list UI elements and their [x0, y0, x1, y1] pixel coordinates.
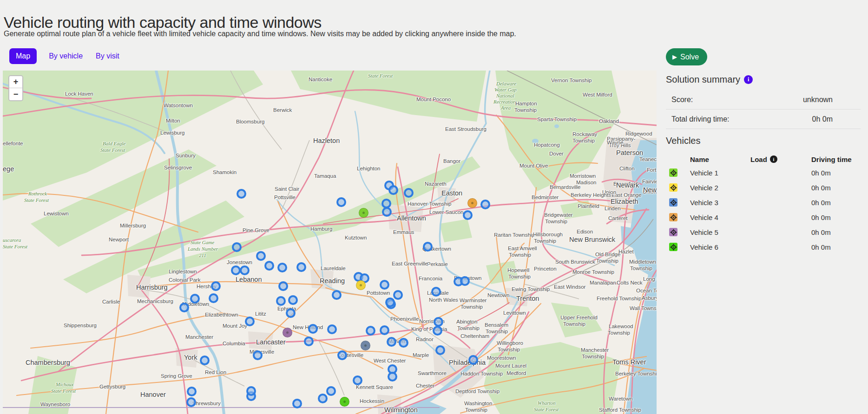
visit-marker[interactable]: [304, 336, 314, 346]
visit-marker[interactable]: [337, 350, 347, 360]
map-place-label: Abington: [456, 319, 477, 324]
vehicle-depot-marker[interactable]: [340, 397, 349, 407]
visit-marker[interactable]: [399, 338, 408, 348]
zoom-in-button[interactable]: +: [9, 76, 22, 88]
visit-marker[interactable]: [431, 287, 441, 297]
visit-marker[interactable]: [385, 298, 395, 307]
visit-marker[interactable]: [179, 303, 189, 312]
visit-marker[interactable]: [277, 263, 287, 272]
visit-marker[interactable]: [366, 326, 375, 336]
visit-marker[interactable]: [288, 295, 298, 305]
map-place-label: Township: [572, 138, 595, 143]
visit-marker[interactable]: [253, 350, 263, 360]
map-place-label: Township: [534, 238, 556, 244]
vehicle-depot-marker[interactable]: [356, 280, 366, 290]
visit-marker[interactable]: [434, 317, 443, 327]
tab-by-vehicle[interactable]: By vehicle: [48, 48, 84, 64]
score-value: unknown: [803, 96, 861, 104]
visit-marker[interactable]: [353, 375, 362, 385]
visit-marker[interactable]: [404, 188, 414, 198]
summary-info-icon[interactable]: i: [744, 75, 753, 84]
visit-marker[interactable]: [388, 185, 398, 195]
vehicle-row: Vehicle 6 0h 0m: [666, 239, 861, 254]
map-place-label: Millersburg: [120, 223, 146, 228]
solve-button-label: Solve: [680, 53, 699, 61]
visit-marker[interactable]: [190, 294, 200, 304]
visit-marker[interactable]: [240, 265, 250, 275]
visit-marker[interactable]: [327, 324, 337, 334]
vehicle-row: Vehicle 3 0h 0m: [666, 195, 861, 210]
map-place-label: Clifton: [619, 166, 635, 171]
visit-marker[interactable]: [209, 293, 218, 303]
visit-marker[interactable]: [332, 290, 342, 300]
map-place-label: North Wales: [429, 297, 458, 303]
visit-marker[interactable]: [433, 326, 442, 336]
total-driving-time-label: Total driving time:: [666, 115, 730, 123]
vehicle-depot-marker[interactable]: [359, 208, 368, 218]
solve-button[interactable]: ▶ Solve: [666, 48, 707, 65]
visit-marker[interactable]: [423, 242, 433, 252]
map-place-label: Washington: [464, 401, 492, 406]
visit-marker[interactable]: [296, 262, 306, 272]
map-place-label: Lakewood: [609, 323, 633, 329]
map-place-label: Delaware: [496, 81, 516, 86]
visit-marker[interactable]: [187, 387, 197, 396]
vehicles-table-header: Name Load i Driving time: [666, 153, 861, 165]
visit-marker[interactable]: [292, 399, 302, 408]
visit-marker[interactable]: [286, 308, 296, 318]
visit-marker[interactable]: [388, 372, 397, 382]
visit-marker[interactable]: [232, 242, 242, 252]
tab-map[interactable]: Map: [9, 48, 37, 64]
visit-marker[interactable]: [211, 281, 221, 291]
vehicle-depot-marker[interactable]: [467, 198, 477, 208]
map-place-label: Raritan Township: [494, 232, 535, 238]
vehicle-depot-marker[interactable]: [361, 341, 370, 350]
map-place-label: Township: [630, 265, 652, 271]
visit-marker[interactable]: [200, 356, 210, 365]
map-place-label: East Greenville: [392, 261, 428, 266]
visit-marker[interactable]: [186, 397, 196, 407]
map-place-label: Oakland: [599, 118, 619, 124]
visit-marker[interactable]: [308, 324, 318, 334]
visit-marker[interactable]: [264, 261, 274, 271]
visit-marker[interactable]: [435, 345, 445, 355]
visit-marker[interactable]: [231, 265, 241, 275]
map-place-label: Edison: [577, 229, 593, 234]
visit-marker[interactable]: [245, 317, 255, 326]
visit-marker[interactable]: [326, 386, 336, 396]
map-place-label: Fairview: [642, 179, 657, 184]
visit-marker[interactable]: [237, 189, 246, 199]
summary-rows: Score: unknown Total driving time: 0h 0m: [666, 90, 861, 129]
visit-marker[interactable]: [393, 290, 403, 300]
load-info-icon[interactable]: i: [770, 155, 777, 163]
map-place-label: Easton: [441, 189, 462, 197]
visit-marker[interactable]: [276, 296, 286, 306]
map-place-label: Upper Freehold: [560, 315, 598, 320]
column-driving-time: Driving time: [811, 155, 861, 163]
vehicle-row: Vehicle 2 0h 0m: [666, 180, 861, 195]
column-load: Load: [750, 155, 767, 163]
visit-marker[interactable]: [318, 394, 328, 403]
visit-marker[interactable]: [463, 210, 473, 220]
visit-marker[interactable]: [382, 207, 392, 217]
visit-marker[interactable]: [336, 197, 346, 207]
map-place-label: South Brunswick: [555, 259, 595, 265]
visit-marker[interactable]: [380, 325, 389, 335]
zoom-out-button[interactable]: −: [9, 88, 22, 100]
visit-marker[interactable]: [387, 337, 396, 347]
vehicle-depot-marker[interactable]: [283, 328, 292, 337]
map-place-label: Wayne: [607, 140, 623, 145]
visit-marker[interactable]: [460, 276, 470, 286]
tab-by-visit[interactable]: By visit: [95, 48, 120, 64]
map-place-label: Dover: [549, 151, 564, 156]
visit-marker[interactable]: [246, 386, 256, 396]
map-place-label: Waynesboro: [40, 401, 70, 407]
route-map[interactable]: + − Lock HavenWatsontownMiltonLewisburgS…: [3, 71, 657, 414]
visit-marker[interactable]: [380, 280, 389, 290]
map-place-label: Bald Eagle: [103, 141, 125, 146]
visit-marker[interactable]: [256, 251, 266, 261]
map-place-label: Shamokin: [213, 169, 237, 175]
visit-marker[interactable]: [468, 355, 478, 365]
visit-marker[interactable]: [480, 200, 490, 209]
visit-marker[interactable]: [278, 281, 288, 291]
